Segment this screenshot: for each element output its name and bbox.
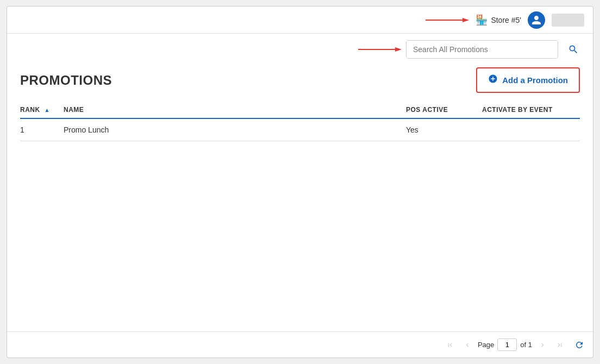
- promotions-table: RANK ▲ NAME POS ACTIVE ACTIVATE BY EVENT…: [20, 102, 580, 141]
- search-arrow-annotation: [358, 45, 402, 54]
- user-name-placeholder: [552, 14, 584, 27]
- first-page-button[interactable]: [443, 339, 457, 351]
- svg-marker-1: [462, 18, 469, 22]
- rank-column-header[interactable]: RANK ▲: [20, 102, 64, 118]
- of-label: of 1: [520, 341, 532, 349]
- main-content: PROMOTIONS Add a Promotion RANK ▲: [7, 63, 593, 331]
- search-button[interactable]: [562, 41, 584, 58]
- next-page-button[interactable]: [535, 339, 549, 351]
- store-info: 🏪 Store #5': [476, 14, 521, 26]
- search-input-wrapper: [406, 40, 558, 59]
- page-number-input[interactable]: [497, 338, 517, 351]
- svg-marker-3: [395, 47, 402, 52]
- pos-active-cell: Yes: [406, 118, 482, 141]
- add-promotion-button[interactable]: Add a Promotion: [476, 67, 580, 93]
- search-input[interactable]: [407, 41, 558, 58]
- name-column-header: NAME: [64, 102, 406, 118]
- name-cell: Promo Lunch: [64, 118, 406, 141]
- activate-event-column-header: ACTIVATE BY EVENT: [482, 102, 580, 118]
- activate-event-cell: [482, 118, 580, 141]
- page-header: PROMOTIONS Add a Promotion: [20, 67, 580, 93]
- table-body: 1 Promo Lunch Yes: [20, 118, 580, 141]
- search-area: [7, 34, 593, 63]
- refresh-button[interactable]: [574, 340, 584, 350]
- table-header: RANK ▲ NAME POS ACTIVE ACTIVATE BY EVENT: [20, 102, 580, 118]
- header-arrow-annotation: [426, 16, 469, 24]
- promotions-table-container: RANK ▲ NAME POS ACTIVE ACTIVATE BY EVENT…: [20, 102, 580, 323]
- sort-arrow-icon: ▲: [45, 107, 50, 113]
- table-row[interactable]: 1 Promo Lunch Yes: [20, 118, 580, 141]
- pagination-footer: Page of 1: [7, 331, 593, 357]
- page-title: PROMOTIONS: [20, 73, 112, 88]
- store-name: Store #5': [491, 16, 521, 24]
- pos-active-column-header: POS ACTIVE: [406, 102, 482, 118]
- add-button-label: Add a Promotion: [502, 76, 568, 85]
- prev-page-button[interactable]: [460, 339, 474, 351]
- page-label: Page: [478, 341, 494, 349]
- avatar[interactable]: [528, 11, 545, 29]
- last-page-button[interactable]: [553, 339, 567, 351]
- rank-cell: 1: [20, 118, 64, 141]
- app-window: 🏪 Store #5': [7, 6, 593, 358]
- store-icon: 🏪: [476, 14, 488, 26]
- app-header: 🏪 Store #5': [7, 7, 593, 34]
- plus-icon: [488, 74, 498, 86]
